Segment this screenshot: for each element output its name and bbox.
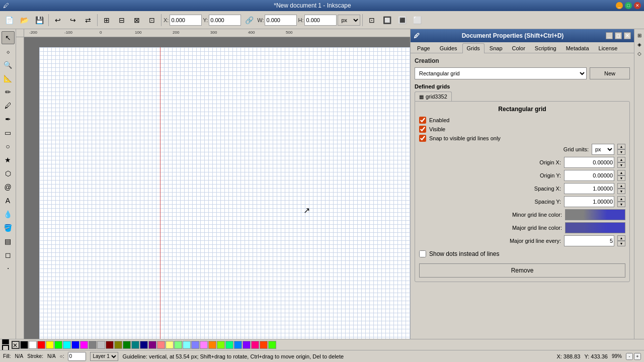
pencil-tool[interactable]: ✏ [2,85,15,99]
grid-type-select[interactable]: Rectangular grid Axonometric grid [415,67,587,79]
star-tool[interactable]: ★ [2,153,15,166]
color-cell-lightblue[interactable] [191,341,199,349]
origin-x-input[interactable] [564,157,614,168]
color-cell-cyan[interactable] [63,341,71,349]
color-cell-springgreen[interactable] [225,341,233,349]
grid-units-up[interactable]: ▲ [617,144,625,149]
color-cell-olive[interactable] [114,341,122,349]
dots-checkbox[interactable] [419,250,426,257]
zoom-fit-button[interactable]: ⊡ [365,13,379,27]
y-input[interactable] [209,15,241,26]
gradient-tool[interactable]: ▤ [2,235,15,248]
opacity-input[interactable] [68,352,86,361]
origin-x-down[interactable]: ▼ [617,162,625,168]
color-cell-blue[interactable] [71,341,79,349]
color-cell-navy[interactable] [140,341,148,349]
zoom-out-button[interactable]: - [626,353,633,360]
tab-metadata[interactable]: Metadata [561,43,594,53]
connector-tool[interactable]: ⬝ [2,262,15,275]
open-button[interactable]: 📂 [17,13,31,27]
node-tool[interactable]: ⬦ [2,45,15,58]
tab-page[interactable]: Page [413,43,435,53]
eraser-tool[interactable]: ◻ [2,248,15,261]
panel-minimize-button[interactable]: _ [606,32,613,39]
zoom-drawing-button[interactable]: 🔳 [395,13,409,27]
panel-float-button[interactable]: ◻ [615,32,622,39]
color-cell-lightgreen[interactable] [174,341,182,349]
tab-color[interactable]: Color [508,43,530,53]
panel-close-button[interactable]: ✕ [624,32,631,39]
major-color-swatch[interactable] [565,222,625,233]
paint-bucket-tool[interactable]: 🪣 [2,221,15,234]
major-every-down[interactable]: ▼ [617,241,625,246]
new-button[interactable]: 📄 [2,13,16,27]
major-every-up[interactable]: ▲ [617,235,625,241]
color-cell-salmon[interactable] [157,341,165,349]
color-cell-chartreuse[interactable] [217,341,225,349]
layer-strip-button[interactable]: ◈ [635,40,643,48]
fill-box[interactable] [2,339,9,344]
zoom-selection-button[interactable]: ⬜ [410,13,424,27]
tab-snap[interactable]: Snap [485,43,507,53]
color-cell-orange[interactable] [208,341,216,349]
canvas-content[interactable]: ↗ [24,37,410,339]
origin-y-input[interactable] [564,170,614,181]
major-every-input[interactable] [564,235,614,246]
spacing-x-up[interactable]: ▲ [617,183,625,189]
tab-license[interactable]: License [594,43,622,53]
minor-color-swatch[interactable] [565,209,625,220]
align-center-button[interactable]: ⊟ [115,13,129,27]
undo-button[interactable]: ↩ [51,13,65,27]
h-input[interactable] [304,15,337,26]
spacing-y-up[interactable]: ▲ [617,196,625,202]
color-cell-silver[interactable] [97,341,105,349]
spacing-y-input[interactable] [564,196,614,207]
remove-button[interactable]: Remove [419,263,625,278]
new-grid-button[interactable]: New [590,67,630,79]
grid-units-select[interactable]: pxmmcmin [592,144,614,155]
color-cell-lightyellow[interactable] [166,341,174,349]
xml-strip-button[interactable]: ◇ [635,49,643,57]
align-left-button[interactable]: ⊞ [100,13,114,27]
color-cell-teal[interactable] [131,341,139,349]
unit-select[interactable]: px mm cm in [338,15,360,26]
tab-grids[interactable]: Grids [462,43,485,53]
color-cell-rose[interactable] [251,341,259,349]
visible-checkbox[interactable] [419,126,426,133]
color-cell-black[interactable] [20,341,28,349]
color-cell-red[interactable] [37,341,45,349]
calligraphy-tool[interactable]: ✒ [2,113,15,126]
color-cell-lawngreen[interactable] [268,341,276,349]
stroke-box[interactable] [2,345,9,350]
color-cell-pink[interactable] [200,341,208,349]
save-button[interactable]: 💾 [32,13,46,27]
minimize-button[interactable]: _ [616,2,623,9]
tab-scripting[interactable]: Scripting [530,43,561,53]
grid-units-down[interactable]: ▼ [617,149,625,155]
enabled-checkbox[interactable] [419,117,426,124]
origin-y-up[interactable]: ▲ [617,170,625,175]
spiral-tool[interactable]: @ [2,180,15,194]
color-cell-green[interactable] [54,341,62,349]
zoom-page-button[interactable]: 🔲 [380,13,394,27]
align-right-button[interactable]: ⊠ [130,13,144,27]
w-input[interactable] [265,15,297,26]
guideline-vertical[interactable] [160,47,160,339]
layer-select[interactable]: Layer 1 [90,352,118,361]
spacing-x-down[interactable]: ▼ [617,189,625,194]
redo-button[interactable]: ↪ [66,13,80,27]
color-cell-purple[interactable] [148,341,156,349]
origin-y-down[interactable]: ▼ [617,175,625,181]
color-cell-white[interactable] [29,341,37,349]
origin-x-up[interactable]: ▲ [617,157,625,162]
ellipse-tool[interactable]: ○ [2,140,15,153]
color-cell-violet[interactable] [243,341,251,349]
color-cell-gray[interactable] [89,341,97,349]
pen-tool[interactable]: 🖊 [2,99,15,112]
rect-tool[interactable]: ▭ [2,126,15,139]
spacing-y-down[interactable]: ▼ [617,202,625,207]
color-cell-darkgreen[interactable] [123,341,131,349]
lock-aspect-button[interactable]: 🔗 [242,13,256,27]
text-tool[interactable]: A [2,194,15,207]
color-cell-yellow[interactable] [46,341,54,349]
